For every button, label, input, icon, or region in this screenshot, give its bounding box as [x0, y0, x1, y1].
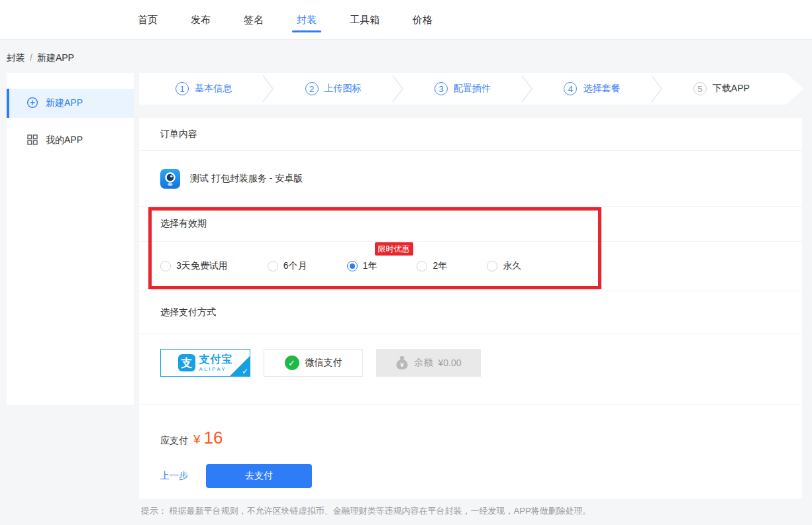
step-number: 3 [434, 82, 448, 95]
step-label: 选择套餐 [583, 83, 620, 95]
validity-section-title: 选择有效期 [139, 207, 802, 242]
footer-tip: 提示： 根据最新平台规则，不允许区块链虚拟币、金融理财类等违规内容在平台封装，一… [141, 505, 591, 517]
amount-due-value: 16 [204, 428, 223, 448]
sidebar-item-label: 我的APP [46, 134, 83, 146]
radio-icon [487, 261, 497, 271]
page: 首页 发布 签名 封装 工具箱 价格 封装/新建APP 新建APP 我的APP … [0, 0, 812, 525]
sidebar-item-new-app[interactable]: 新建APP [7, 89, 134, 118]
top-navbar: 首页 发布 签名 封装 工具箱 价格 [0, 0, 812, 40]
nav-item-price[interactable]: 价格 [413, 0, 432, 40]
step-select-plan[interactable]: 4 选择套餐 [527, 73, 656, 105]
balance-amount: ¥0.00 [438, 358, 461, 368]
radio-label: 3天免费试用 [176, 260, 228, 272]
go-pay-button[interactable]: 去支付 [206, 464, 312, 488]
wechat-pay-icon: ✓ [285, 356, 299, 370]
nav-item-publish[interactable]: 发布 [191, 0, 211, 40]
step-number: 4 [564, 82, 577, 95]
radio-trial-3days[interactable]: 3天免费试用 [160, 260, 228, 272]
nav-item-toolbox[interactable]: 工具箱 [350, 0, 380, 40]
order-card: 订单内容 测试 打包封装服务 - 安卓版 选择有效期 3天免费试用 [139, 118, 802, 499]
alipay-name: 支付宝 [199, 354, 233, 365]
payment-section-title: 选择支付方式 [139, 291, 802, 334]
radio-label: 2年 [432, 260, 447, 272]
radio-icon [268, 261, 278, 271]
step-number: 2 [305, 82, 319, 95]
main-nav: 首页 发布 签名 封装 工具箱 价格 [0, 0, 812, 40]
radio-2-years[interactable]: 2年 [417, 260, 447, 272]
svg-text:¥: ¥ [401, 361, 405, 368]
promo-badge: 限时优惠 [375, 242, 413, 256]
app-name: 测试 打包封装服务 - 安卓版 [190, 173, 303, 185]
nav-item-home[interactable]: 首页 [138, 0, 158, 40]
currency-symbol: ¥ [193, 432, 201, 447]
step-wizard: 1 基本信息 2 上传图标 3 配置插件 4 选择套餐 5 下载APP [139, 73, 786, 105]
actions: 上一步 去支付 [139, 464, 802, 488]
step-label: 下载APP [713, 83, 750, 95]
plus-circle-icon [26, 97, 38, 111]
alipay-wordmark: 支付宝 ALIPAY [199, 354, 233, 372]
order-app-row: 测试 打包封装服务 - 安卓版 [139, 151, 802, 207]
step-upload-icon[interactable]: 2 上传图标 [268, 73, 397, 105]
payment-options: 支 支付宝 ALIPAY ✓ ✓ 微信支付 ¥ 余额 ¥0.00 [139, 334, 802, 405]
alipay-sub: ALIPAY [199, 367, 233, 372]
step-basic-info[interactable]: 1 基本信息 [139, 73, 268, 105]
app-icon [160, 169, 180, 189]
order-content-title: 订单内容 [139, 118, 802, 151]
step-configure-plugins[interactable]: 3 配置插件 [398, 73, 527, 105]
sidebar: 新建APP 我的APP [7, 73, 134, 405]
balance-label: 余额 [414, 357, 432, 369]
validity-options: 3天免费试用 6个月 限时优惠 1年 2年 永久 [139, 242, 802, 291]
previous-step-link[interactable]: 上一步 [160, 470, 188, 482]
breadcrumb-separator: / [30, 52, 32, 63]
radio-icon [347, 261, 358, 271]
step-download-app: 5 下载APP [657, 73, 786, 105]
sidebar-item-my-apps[interactable]: 我的APP [7, 126, 134, 155]
radio-icon [160, 261, 171, 271]
payment-summary: 应支付 ¥ 16 [139, 405, 802, 448]
breadcrumb: 封装/新建APP [7, 52, 74, 64]
payment-option-wechat[interactable]: ✓ 微信支付 [264, 349, 363, 377]
wechat-label: 微信支付 [305, 357, 342, 369]
payment-option-balance[interactable]: ¥ 余额 ¥0.00 [376, 349, 481, 377]
step-number: 5 [693, 82, 707, 95]
breadcrumb-section[interactable]: 封装 [7, 52, 25, 63]
payment-option-alipay[interactable]: 支 支付宝 ALIPAY ✓ [160, 349, 250, 377]
step-label: 配置插件 [454, 83, 491, 95]
radio-label: 1年 [363, 260, 378, 272]
alipay-logo-icon: 支 [178, 354, 195, 371]
nav-item-sign[interactable]: 签名 [244, 0, 264, 40]
money-bag-icon: ¥ [395, 356, 409, 370]
radio-icon [417, 261, 427, 271]
check-icon: ✓ [242, 367, 248, 376]
nav-item-package[interactable]: 封装 [297, 0, 317, 40]
step-label: 上传图标 [325, 83, 362, 95]
radio-6-months[interactable]: 6个月 [268, 260, 307, 272]
radio-label: 永久 [503, 260, 521, 272]
step-label: 基本信息 [195, 83, 232, 95]
amount-due-label: 应支付 [160, 435, 188, 447]
sidebar-item-label: 新建APP [46, 97, 83, 109]
breadcrumb-current: 新建APP [37, 52, 74, 63]
radio-forever[interactable]: 永久 [487, 260, 521, 272]
grid-icon [26, 134, 38, 148]
radio-1-year[interactable]: 限时优惠 1年 [347, 260, 378, 272]
step-number: 1 [176, 82, 189, 95]
radio-label: 6个月 [283, 260, 307, 272]
